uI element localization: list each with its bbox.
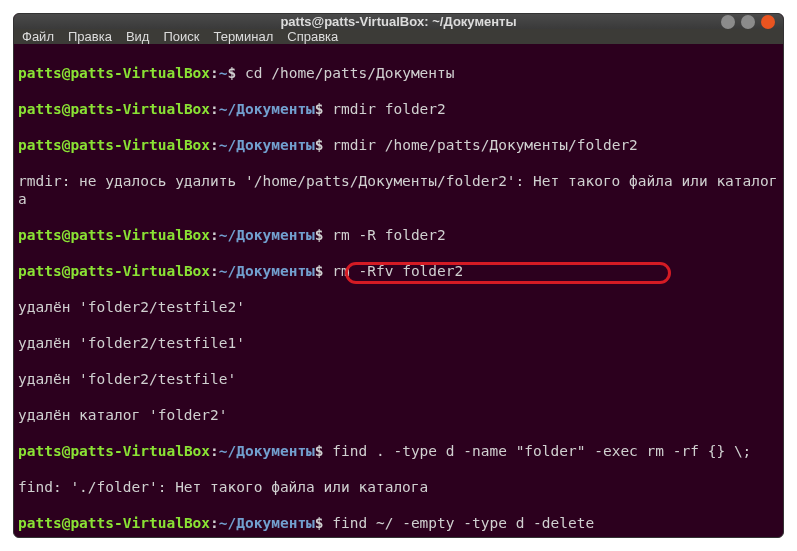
prompt-colon: : <box>210 65 219 81</box>
menu-terminal[interactable]: Терминал <box>213 29 273 44</box>
menu-view[interactable]: Вид <box>126 29 150 44</box>
terminal-output: удалён 'folder2/testfile2' <box>18 298 779 316</box>
cmd-rm-rfv: rm -Rfv folder2 <box>324 263 464 279</box>
terminal-body[interactable]: patts@patts-VirtualBox:~$ cd /home/patts… <box>14 44 783 538</box>
terminal-line: patts@patts-VirtualBox:~/Документы$ find… <box>18 442 779 460</box>
terminal-line: patts@patts-VirtualBox:~/Документы$ rm -… <box>18 262 779 280</box>
cmd-find-delete: find ~/ -empty -type d -delete <box>324 515 595 531</box>
prompt-cwd: ~ <box>219 65 228 81</box>
menubar: Файл Правка Вид Поиск Терминал Справка <box>14 29 783 44</box>
minimize-button[interactable] <box>721 15 735 29</box>
terminal-line: patts@patts-VirtualBox:~/Документы$ find… <box>18 514 779 532</box>
menu-edit[interactable]: Правка <box>68 29 112 44</box>
terminal-line: patts@patts-VirtualBox:~$ cd /home/patts… <box>18 64 779 82</box>
close-button[interactable] <box>761 15 775 29</box>
cmd-find-exec: find . -type d -name "folder" -exec rm -… <box>324 443 752 459</box>
cmd-rmdir: rmdir folder2 <box>324 101 446 117</box>
terminal-line: patts@patts-VirtualBox:~/Документы$ rm -… <box>18 226 779 244</box>
prompt-user: patts <box>18 65 62 81</box>
terminal-window: patts@patts-VirtualBox: ~/Документы Файл… <box>13 13 784 538</box>
window-controls <box>721 15 775 29</box>
cmd-rmdir-full: rmdir /home/patts/Документы/folder2 <box>324 137 638 153</box>
maximize-button[interactable] <box>741 15 755 29</box>
terminal-output: удалён 'folder2/testfile' <box>18 370 779 388</box>
menu-help[interactable]: Справка <box>287 29 338 44</box>
terminal-line: patts@patts-VirtualBox:~/Документы$ rmdi… <box>18 136 779 154</box>
cmd-cd: cd /home/patts/Документы <box>236 65 454 81</box>
prompt-host: patts-VirtualBox <box>70 65 210 81</box>
terminal-output: удалён 'folder2/testfile1' <box>18 334 779 352</box>
menu-search[interactable]: Поиск <box>163 29 199 44</box>
cmd-rm-r: rm -R folder2 <box>324 227 446 243</box>
terminal-output: удалён каталог 'folder2' <box>18 406 779 424</box>
window-title: patts@patts-VirtualBox: ~/Документы <box>280 14 516 29</box>
titlebar: patts@patts-VirtualBox: ~/Документы <box>14 14 783 29</box>
menu-file[interactable]: Файл <box>22 29 54 44</box>
terminal-line: patts@patts-VirtualBox:~/Документы$ rmdi… <box>18 100 779 118</box>
terminal-output: find: './folder': Нет такого файла или к… <box>18 478 779 496</box>
prompt-dollar: $ <box>228 65 237 81</box>
terminal-output: rmdir: не удалось удалить '/home/patts/Д… <box>18 172 779 208</box>
